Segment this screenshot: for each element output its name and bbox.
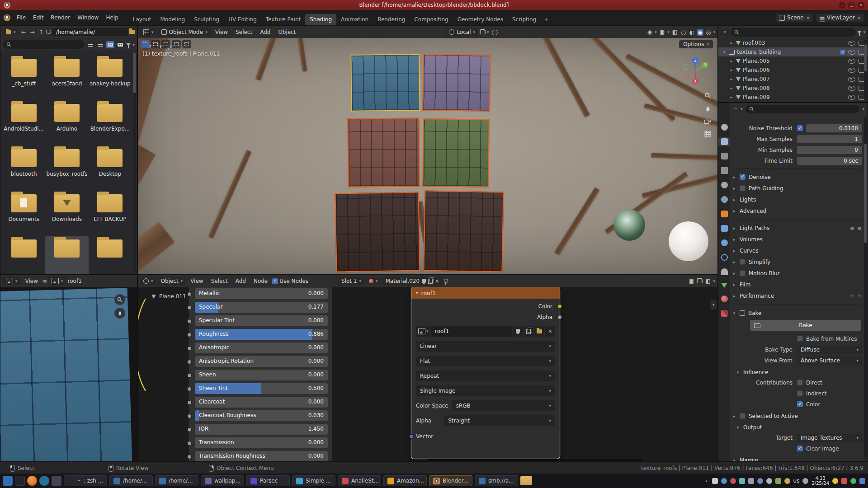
breadcrumb-object[interactable]: Plane.011	[159, 293, 186, 300]
taskbar-window-wallpaper[interactable]: wallpap...	[201, 475, 244, 486]
select-extend-mode-icon[interactable]	[151, 40, 160, 48]
open-folder-icon[interactable]	[520, 476, 532, 485]
snap-magnet-icon[interactable]	[480, 29, 486, 36]
refresh-button[interactable]	[46, 29, 51, 35]
folder-item[interactable]: _cb_stuff	[2, 55, 45, 100]
unlink-material-icon[interactable]: ×	[435, 278, 439, 284]
panel-selected-to-active[interactable]: ▸Selected to Active	[732, 410, 862, 422]
properties-filter-icon[interactable]: ▾	[862, 107, 864, 111]
filter-dropdown-icon[interactable]: ▾	[863, 30, 865, 34]
target-dropdown[interactable]: Image Textures▾	[797, 434, 862, 442]
image-browse-button[interactable]: ▾	[48, 277, 66, 285]
tab-render-icon-active[interactable]	[721, 138, 728, 145]
alpha-output-socket[interactable]	[557, 315, 562, 319]
node-slider-anisotropic[interactable]: Anisotropic0.000	[195, 343, 328, 353]
mode-dropdown[interactable]: Object Mode▾	[158, 28, 211, 36]
display-grid-button[interactable]	[116, 41, 124, 48]
shading-material-icon[interactable]: ◉	[697, 29, 703, 36]
denoise-checkbox[interactable]	[740, 174, 745, 180]
outliner-row[interactable]: ▸Plane.006	[718, 66, 868, 75]
image-texture-node[interactable]: ▾ roof1 Color Alpha ▾ roof1 ×	[411, 287, 560, 459]
fake-user-icon[interactable]	[422, 279, 426, 284]
folder-item[interactable]: Desktop	[89, 145, 132, 191]
roof-plane-dark-2[interactable]	[423, 190, 504, 272]
volume-icon[interactable]	[802, 478, 808, 484]
slot-dropdown[interactable]: Slot 1▾	[338, 277, 364, 285]
properties-editor-icon[interactable]: ≡	[733, 106, 738, 112]
panel-output[interactable]: ▾Output	[732, 422, 862, 433]
new-image-icon[interactable]	[524, 326, 533, 337]
menu-view[interactable]: View	[187, 277, 206, 285]
overlays-dropdown-icon[interactable]: ▾	[667, 30, 670, 34]
panel-influence[interactable]: ▾Influence	[732, 366, 862, 378]
color-space-dropdown[interactable]: sRGB▾	[452, 400, 555, 411]
unlink-image-icon[interactable]: ×	[545, 326, 555, 337]
shader-type-dropdown[interactable]: Object▾	[158, 277, 186, 285]
indirect-checkbox[interactable]	[797, 390, 803, 396]
node-slider-transmission-roughness[interactable]: Transmission Roughness0.000	[195, 451, 328, 461]
panel-volumes[interactable]: ▸Volumes	[732, 234, 862, 245]
clear-image-checkbox[interactable]	[797, 446, 803, 451]
overlays-icon[interactable]: ◧	[704, 278, 712, 284]
noise-threshold-field[interactable]: 0.0100	[806, 124, 862, 132]
properties-scrollbar[interactable]	[864, 117, 867, 460]
folder-item[interactable]: Arduino	[45, 100, 88, 145]
interpolation-dropdown[interactable]: Linear▾	[416, 341, 555, 352]
new-folder-button[interactable]	[129, 29, 135, 35]
image-name-field[interactable]: roof1	[431, 326, 512, 337]
back-button[interactable]: ←	[20, 29, 28, 35]
snap-node-icon[interactable]: ▣	[688, 278, 695, 284]
select-invert-mode-icon[interactable]	[172, 40, 181, 48]
hide-viewport-icon[interactable]	[848, 77, 855, 82]
browser-icon[interactable]	[27, 476, 37, 486]
taskbar-window-simple[interactable]: Simple ...	[292, 475, 335, 486]
node-slider-anisotropic-rotation[interactable]: Anisotropic Rotation0.000	[195, 356, 328, 367]
menu-view[interactable]: View	[212, 28, 231, 36]
editor-type-button[interactable]: ▾	[721, 29, 729, 35]
tab-layout[interactable]: Layout	[128, 14, 156, 25]
tray-icon[interactable]	[784, 478, 790, 484]
color-checkbox[interactable]	[797, 401, 803, 407]
path-guiding-checkbox[interactable]	[740, 185, 745, 191]
hide-viewport-icon[interactable]	[848, 41, 855, 46]
node-canvas[interactable]: Plane.011 ▸ Material.020 ◂ Metallic0.000…	[138, 287, 717, 461]
file-search-input[interactable]	[3, 40, 85, 49]
tab-data-icon[interactable]	[721, 283, 727, 288]
hide-viewport-icon[interactable]	[848, 95, 855, 100]
roof-plane-blue-active[interactable]	[350, 54, 420, 112]
xray-toggle-icon[interactable]: ◧	[671, 29, 679, 35]
taskbar-window-smb[interactable]: smb://a...	[475, 475, 518, 486]
image-browse-button[interactable]: ▾	[416, 326, 430, 337]
outliner-row[interactable]: ▸Plane.007	[718, 75, 868, 84]
panel-film[interactable]: ▸Film	[732, 279, 862, 290]
hide-viewport-icon[interactable]	[848, 86, 855, 91]
tab-texture-paint[interactable]: Texture Paint	[261, 14, 305, 25]
horizontal-scrollbar[interactable]	[427, 459, 642, 461]
principled-bsdf-node[interactable]: Metallic0.000 Specular0.177 Specular Tin…	[189, 287, 332, 461]
keyboard-layout-indicator[interactable]: us	[793, 478, 800, 484]
folder-item[interactable]: busybox_rootfs	[45, 145, 88, 191]
tray-icon[interactable]	[748, 478, 754, 484]
node-slider-specular[interactable]: Specular0.177	[195, 302, 328, 313]
tab-shading[interactable]: Shading	[305, 14, 336, 25]
folder-item[interactable]	[89, 236, 132, 274]
panel-bake[interactable]: ▾Bake	[732, 307, 862, 319]
panel-motion-blur[interactable]: ▸Motion Blur	[732, 267, 862, 279]
tab-scripting[interactable]: Scripting	[508, 14, 541, 25]
menu-node[interactable]: Node	[250, 277, 271, 285]
node-slider-sheen-tint[interactable]: Sheen Tint0.500	[195, 383, 328, 394]
tray-expand-icon[interactable]: ▴	[704, 479, 709, 483]
roof-plane-green[interactable]	[422, 118, 489, 187]
node-header[interactable]: ▾ roof1	[411, 287, 560, 299]
roof-plane-dark-1[interactable]	[335, 192, 420, 272]
motion-blur-checkbox[interactable]	[740, 270, 745, 276]
close-button[interactable]: ×	[858, 2, 864, 9]
node-slider-specular-tint[interactable]: Specular Tint0.000	[195, 315, 328, 326]
panel-lights[interactable]: ▸Lights	[732, 194, 862, 205]
path-field[interactable]: /home/amalie/	[52, 28, 128, 36]
maximize-button[interactable]: □	[848, 2, 855, 9]
direct-checkbox[interactable]	[797, 380, 803, 385]
tab-rendering[interactable]: Rendering	[373, 14, 410, 25]
hamburger-menu-icon[interactable]: ≡	[42, 278, 47, 284]
options-dropdown[interactable]: Options▾	[679, 40, 713, 48]
